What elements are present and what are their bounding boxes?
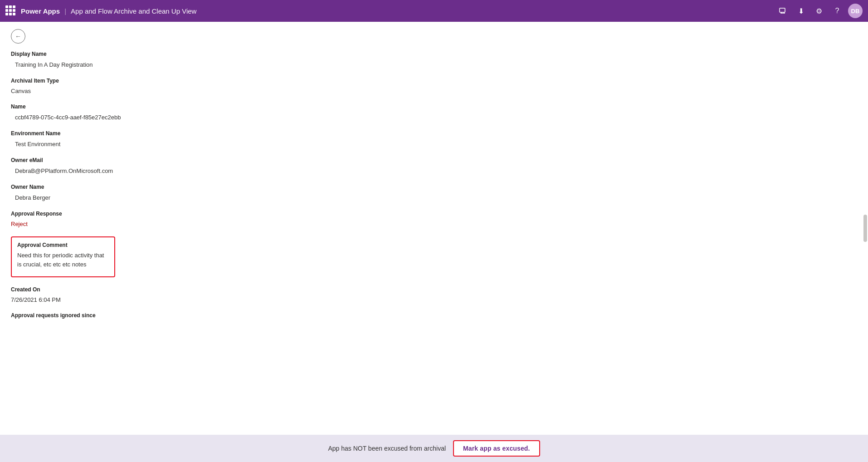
app-name: Power Apps — [21, 7, 60, 15]
approval-requests-ignored-value — [11, 320, 857, 324]
scroll-indicator — [863, 215, 867, 242]
field-archival-item-type: Archival Item Type Canvas — [11, 78, 857, 96]
owner-email-value: DebraB@PPlatform.OnMicrosoft.com — [11, 165, 857, 177]
field-approval-requests-ignored: Approval requests ignored since — [11, 312, 857, 324]
field-display-name: Display Name Training In A Day Registrat… — [11, 51, 857, 70]
field-owner-email: Owner eMail DebraB@PPlatform.OnMicrosoft… — [11, 157, 857, 177]
back-arrow-icon: ← — [15, 33, 21, 40]
owner-email-label: Owner eMail — [11, 157, 857, 163]
archival-item-type-value: Canvas — [11, 86, 857, 96]
help-icon[interactable]: ? — [830, 4, 844, 18]
approval-comment-box: Approval Comment Need this for periodic … — [11, 236, 115, 277]
approval-requests-ignored-label: Approval requests ignored since — [11, 312, 857, 319]
page-title: App and Flow Archive and Clean Up View — [71, 7, 196, 15]
owner-name-label: Owner Name — [11, 184, 857, 190]
field-environment-name: Environment Name Test Environment — [11, 130, 857, 150]
share-icon[interactable] — [775, 4, 790, 18]
archival-item-type-label: Archival Item Type — [11, 78, 857, 84]
display-name-label: Display Name — [11, 51, 857, 57]
mark-excused-button[interactable]: Mark app as excused. — [453, 440, 540, 457]
title-separator: | — [64, 7, 66, 15]
settings-icon[interactable]: ⚙ — [812, 4, 826, 18]
user-avatar[interactable]: DB — [848, 4, 863, 18]
excusal-status-text: App has NOT been excused from archival — [328, 445, 446, 452]
display-name-value: Training In A Day Registration — [11, 59, 857, 70]
approval-response-value: Reject — [11, 219, 857, 229]
approval-comment-label: Approval Comment — [17, 242, 109, 248]
top-bar: Power Apps | App and Flow Archive and Cl… — [0, 0, 868, 22]
environment-name-label: Environment Name — [11, 130, 857, 137]
name-value: ccbf4789-075c-4cc9-aaef-f85e27ec2ebb — [11, 112, 857, 123]
created-on-label: Created On — [11, 286, 857, 293]
created-on-value: 7/26/2021 6:04 PM — [11, 295, 857, 305]
top-bar-actions: ⬇ ⚙ ? DB — [775, 4, 863, 18]
approval-comment-value: Need this for periodic activity that is … — [17, 251, 109, 269]
field-created-on: Created On 7/26/2021 6:04 PM — [11, 286, 857, 305]
bottom-bar: App has NOT been excused from archival M… — [0, 435, 868, 462]
svg-rect-0 — [780, 8, 785, 12]
field-approval-response: Approval Response Reject — [11, 211, 857, 229]
back-button[interactable]: ← — [11, 29, 25, 44]
name-label: Name — [11, 103, 857, 110]
download-icon[interactable]: ⬇ — [794, 4, 808, 18]
owner-name-value: Debra Berger — [11, 192, 857, 203]
grid-menu-icon[interactable] — [5, 5, 16, 16]
field-name: Name ccbf4789-075c-4cc9-aaef-f85e27ec2eb… — [11, 103, 857, 123]
approval-response-label: Approval Response — [11, 211, 857, 217]
environment-name-value: Test Environment — [11, 138, 857, 150]
main-content: ← Display Name Training In A Day Registr… — [0, 22, 868, 435]
field-owner-name: Owner Name Debra Berger — [11, 184, 857, 203]
